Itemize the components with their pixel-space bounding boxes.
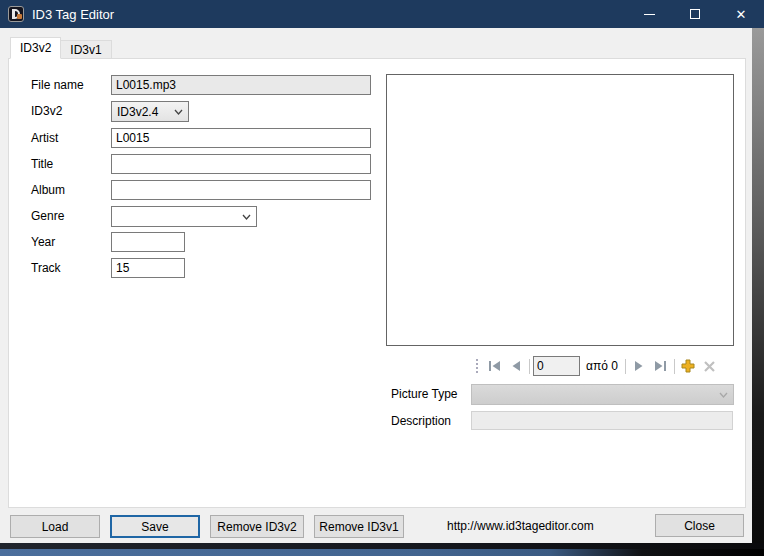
genre-label: Genre [31, 209, 64, 223]
album-label: Album [31, 183, 65, 197]
genre-select[interactable] [111, 206, 257, 227]
move-first-button[interactable] [484, 356, 505, 376]
desktop-right-edge [752, 28, 764, 543]
id3v2-version-select[interactable]: ID3v2.4 [111, 101, 189, 122]
separator [674, 359, 675, 374]
load-button[interactable]: Load [10, 515, 100, 538]
file-name-field[interactable] [111, 75, 371, 95]
drag-grip-icon[interactable] [475, 359, 479, 374]
description-label: Description [391, 414, 451, 428]
genre-row: Genre [9, 206, 379, 228]
close-button[interactable]: Close [655, 514, 744, 537]
artist-row: Artist [9, 128, 379, 150]
tabpage-id3v2: File name ID3v2 ID3v2.4 Artist Title Alb [8, 58, 746, 508]
add-picture-button[interactable] [678, 356, 699, 376]
minimize-icon [644, 14, 655, 15]
app-icon-accent [17, 14, 22, 19]
app-icon [8, 6, 24, 22]
year-field[interactable] [111, 232, 185, 252]
year-label: Year [31, 235, 55, 249]
save-button[interactable]: Save [110, 515, 200, 538]
picture-type-label: Picture Type [391, 387, 457, 401]
picture-position-field[interactable] [533, 356, 580, 376]
desktop-bottom-edge [0, 543, 764, 556]
move-first-icon [488, 360, 501, 372]
chevron-down-icon [242, 214, 251, 220]
id3-tag-editor-window: ID3 Tag Editor ✕ ID3v2 ID3v1 File name I… [0, 0, 764, 556]
track-row: Track [9, 258, 379, 280]
website-link[interactable]: http://www.id3tageditor.com [447, 519, 594, 533]
desktop-bottom-blue-band [0, 549, 764, 556]
title-row: Title [9, 154, 379, 176]
move-previous-button[interactable] [505, 356, 526, 376]
picture-count-label: από 0 [586, 359, 618, 373]
close-window-button[interactable]: ✕ [718, 0, 764, 28]
track-label: Track [31, 261, 61, 275]
remove-id3v1-button[interactable]: Remove ID3v1 [314, 515, 404, 538]
move-last-button[interactable] [650, 356, 671, 376]
year-row: Year [9, 232, 379, 254]
title-field[interactable] [111, 154, 371, 174]
id3v2-version-row: ID3v2 ID3v2.4 [9, 101, 379, 123]
window-title: ID3 Tag Editor [32, 7, 114, 22]
remove-id3v2-button[interactable]: Remove ID3v2 [210, 515, 304, 538]
album-row: Album [9, 180, 379, 202]
chevron-down-icon [174, 109, 183, 115]
move-next-button[interactable] [629, 356, 650, 376]
tab-strip: ID3v2 ID3v1 [10, 37, 112, 59]
maximize-button[interactable] [672, 0, 718, 28]
picture-type-select[interactable] [471, 384, 734, 405]
picture-navigator: από 0 [475, 354, 735, 378]
tab-id3v2-label: ID3v2 [20, 41, 51, 55]
maximize-icon [690, 9, 700, 19]
delete-picture-button[interactable] [699, 356, 720, 376]
delete-icon [703, 360, 716, 373]
move-previous-icon [510, 360, 522, 372]
id3v2-version-value: ID3v2.4 [117, 105, 158, 119]
move-last-icon [654, 360, 667, 372]
description-field[interactable] [471, 411, 733, 430]
minimize-button[interactable] [626, 0, 672, 28]
album-field[interactable] [111, 180, 371, 200]
titlebar: ID3 Tag Editor ✕ [0, 0, 764, 28]
separator [529, 359, 530, 374]
artist-label: Artist [31, 131, 58, 145]
file-name-label: File name [31, 78, 84, 92]
title-label: Title [31, 157, 53, 171]
add-new-icon [681, 359, 695, 373]
tab-id3v1-label: ID3v1 [70, 43, 101, 57]
artist-field[interactable] [111, 128, 371, 148]
window-controls: ✕ [626, 0, 764, 28]
move-next-icon [633, 360, 645, 372]
track-field[interactable] [111, 258, 185, 278]
album-art-picture-box [386, 74, 734, 346]
file-name-row: File name [9, 75, 379, 97]
separator [625, 359, 626, 374]
close-icon: ✕ [736, 8, 747, 21]
tab-id3v1[interactable]: ID3v1 [61, 40, 111, 59]
chevron-down-icon [719, 392, 728, 398]
id3v2-version-label: ID3v2 [31, 104, 62, 118]
tab-id3v2[interactable]: ID3v2 [10, 37, 61, 59]
